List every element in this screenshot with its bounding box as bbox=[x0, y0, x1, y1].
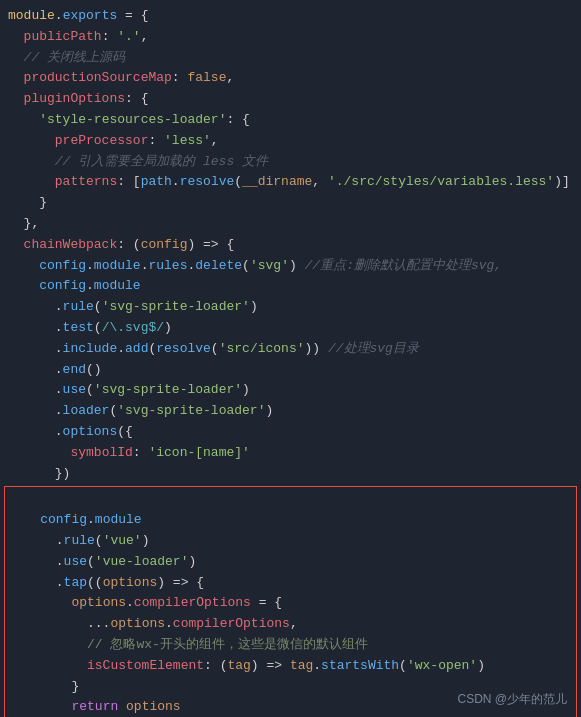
highlighted-line-4: .tap((options) => { bbox=[5, 573, 576, 594]
code-line-10: } bbox=[0, 193, 581, 214]
highlighted-line-5: options.compilerOptions = { bbox=[5, 593, 576, 614]
highlighted-line-2: .rule('vue') bbox=[5, 531, 576, 552]
highlighted-line-8: isCustomElement: (tag) => tag.startsWith… bbox=[5, 656, 576, 677]
highlighted-line-6: ...options.compilerOptions, bbox=[5, 614, 576, 635]
code-line-1: module.exports = { bbox=[0, 6, 581, 27]
code-line-12: chainWebpack: (config) => { bbox=[0, 235, 581, 256]
code-line-18: .end() bbox=[0, 360, 581, 381]
code-line-21: .options({ bbox=[0, 422, 581, 443]
code-line-7: preProcessor: 'less', bbox=[0, 131, 581, 152]
code-line-16: .test(/\.svg$/) bbox=[0, 318, 581, 339]
code-editor: module.exports = { publicPath: '.', // 关… bbox=[0, 0, 581, 717]
code-line-23: }) bbox=[0, 464, 581, 485]
code-line-14: config.module bbox=[0, 276, 581, 297]
highlighted-line-1: config.module bbox=[5, 510, 576, 531]
code-line-3: // 关闭线上源码 bbox=[0, 48, 581, 69]
highlighted-section: config.module .rule('vue') .use('vue-loa… bbox=[4, 486, 577, 717]
code-line-6: 'style-resources-loader': { bbox=[0, 110, 581, 131]
code-token: module bbox=[8, 6, 55, 27]
code-line-17: .include.add(resolve('src/icons')) //处理s… bbox=[0, 339, 581, 360]
code-line-8: // 引入需要全局加载的 less 文件 bbox=[0, 152, 581, 173]
highlighted-line-7: // 忽略wx-开头的组件，这些是微信的默认组件 bbox=[5, 635, 576, 656]
code-line-2: publicPath: '.', bbox=[0, 27, 581, 48]
code-line-13: config.module.rules.delete('svg') //重点:删… bbox=[0, 256, 581, 277]
code-line-22: symbolId: 'icon-[name]' bbox=[0, 443, 581, 464]
code-line-20: .loader('svg-sprite-loader') bbox=[0, 401, 581, 422]
code-line-9: patterns: [path.resolve(__dirname, './sr… bbox=[0, 172, 581, 193]
code-line-19: .use('svg-sprite-loader') bbox=[0, 380, 581, 401]
code-line-5: pluginOptions: { bbox=[0, 89, 581, 110]
watermark: CSDN @少年的范儿 bbox=[457, 690, 567, 709]
code-line-4: productionSourceMap: false, bbox=[0, 68, 581, 89]
code-line-15: .rule('svg-sprite-loader') bbox=[0, 297, 581, 318]
highlighted-line-blank bbox=[5, 489, 576, 510]
highlighted-line-3: .use('vue-loader') bbox=[5, 552, 576, 573]
code-line-11: }, bbox=[0, 214, 581, 235]
